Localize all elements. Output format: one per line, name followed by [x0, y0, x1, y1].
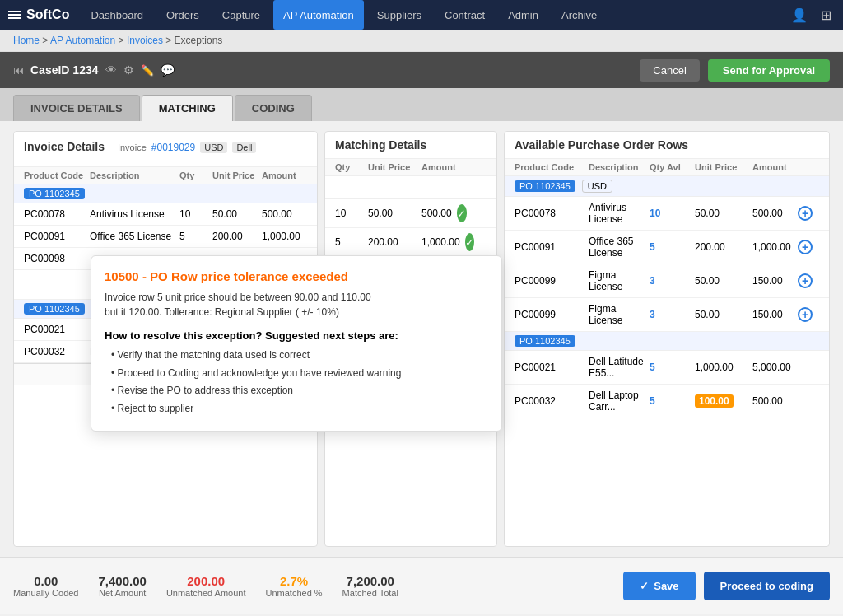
add-row-btn-4[interactable]: +: [798, 307, 813, 322]
invoice-label: Invoice: [118, 142, 147, 152]
available-po-table-header: Product Code Description Qty Avl Unit Pr…: [505, 159, 829, 176]
exception-step-4: Reject to supplier: [105, 400, 488, 418]
top-navigation: SoftCo Dashboard Orders Capture AP Autom…: [0, 0, 843, 30]
available-po-row-2: PC00091 Office 365 License 5 200.00 1,00…: [505, 231, 829, 264]
available-po-row-1: PC00078 Antivirus License 10 50.00 500.0…: [505, 197, 829, 231]
match-check-2: ✓: [465, 233, 474, 251]
invoice-table-header: Product Code Description Qty Unit Price …: [14, 167, 317, 184]
match-check-1: ✓: [457, 204, 467, 222]
cancel-button[interactable]: Cancel: [640, 59, 699, 82]
avail-qty-4: 3: [650, 309, 695, 320]
nav-ap-automation[interactable]: AP Automation: [273, 0, 364, 30]
first-page-icon[interactable]: ⏮: [13, 64, 24, 77]
case-id: CaseID 1234: [30, 63, 99, 77]
send-approval-button[interactable]: Send for Approval: [708, 59, 830, 82]
highlighted-unit-price: 100.00: [695, 394, 734, 408]
edit-icon[interactable]: ✏️: [141, 64, 154, 77]
nav-orders[interactable]: Orders: [156, 0, 209, 30]
add-row-btn-2[interactable]: +: [798, 240, 813, 254]
available-po2-badge: PO 1102345: [515, 335, 575, 347]
tabs-bar: INVOICE DETAILS MATCHING CODING: [0, 88, 843, 121]
stat-unmatched-amount: 200.00 Unmatched Amount: [166, 574, 246, 598]
stat-net-amount: 7,400.00 Net Amount: [99, 574, 147, 598]
add-row-btn-3[interactable]: +: [798, 273, 813, 288]
avail-qty-6: 5: [650, 395, 695, 407]
breadcrumb-current: Exceptions: [175, 35, 223, 46]
breadcrumb-invoices[interactable]: Invoices: [127, 35, 163, 46]
invoice-row-2: PC00091 Office 365 License 5 200.00 1,00…: [14, 226, 317, 248]
exception-steps: Verify that the matching data used is co…: [105, 347, 488, 418]
nav-capture[interactable]: Capture: [212, 0, 270, 30]
available-po-row-3: PC00099 Figma License 3 50.00 150.00 +: [505, 264, 829, 298]
proceed-to-coding-button[interactable]: Proceed to coding: [704, 572, 830, 600]
available-po-badge: PO 1102345: [515, 180, 575, 192]
add-row-btn-1[interactable]: +: [798, 206, 813, 221]
invoice-number-link[interactable]: #0019029: [151, 142, 195, 153]
message-icon[interactable]: 💬: [161, 63, 175, 77]
case-bar: ⏮ CaseID 1234 👁 ⚙ ✏️ 💬 Cancel Send for A…: [0, 52, 843, 88]
matching-row-1: 10 50.00 500.00 ✓: [325, 199, 496, 228]
settings-icon[interactable]: ⚙: [123, 63, 134, 77]
avail-qty-3: 3: [650, 275, 695, 287]
matching-row-2: 5 200.00 1,000.00 ✓: [325, 228, 496, 257]
invoice-row-1: PC00078 Antivirus License 10 50.00 500.0…: [14, 203, 317, 226]
exception-step-1: Verify that the matching data used is co…: [105, 347, 488, 365]
exception-title: 10500 - PO Row price tolerance exceeded: [105, 269, 488, 283]
stat-unmatched-percent: 2.7% Unmatched %: [266, 574, 323, 598]
nav-suppliers[interactable]: Suppliers: [367, 0, 431, 30]
case-bar-left: ⏮ CaseID 1234 👁 ⚙ ✏️ 💬: [13, 63, 631, 77]
nav-contract[interactable]: Contract: [435, 0, 495, 30]
available-currency-badge: USD: [582, 180, 612, 193]
nav-dashboard[interactable]: Dashboard: [81, 0, 153, 30]
avail-qty-5: 5: [650, 362, 695, 373]
exception-step-2: Proceed to Coding and acknowledge you ha…: [105, 365, 488, 383]
tab-coding[interactable]: CODING: [235, 95, 312, 121]
hamburger-icon[interactable]: [8, 11, 21, 19]
grid-icon[interactable]: ⊞: [817, 4, 835, 26]
stat-matched-total: 7,200.00 Matched Total: [342, 574, 398, 598]
available-po-row-header: PO 1102345 USD: [505, 176, 829, 197]
invoice-details-header: Invoice Details Invoice #0019029 USD Del…: [14, 132, 317, 167]
available-po-header: Available Purchase Order Rows: [505, 132, 829, 159]
user-icon[interactable]: 👤: [788, 4, 811, 26]
breadcrumb-home[interactable]: Home: [13, 35, 40, 46]
po-badge-1: PO 1102345: [24, 188, 85, 199]
exception-resolve-title: How to resolve this exception? Suggested…: [105, 329, 488, 342]
available-po-row-6: PC00032 Dell Laptop Carr... 5 100.00 500…: [505, 385, 829, 418]
exception-popup: 10500 - PO Row price tolerance exceeded …: [91, 255, 502, 432]
exception-step-3: Revise the PO to address this exception: [105, 382, 488, 400]
eye-icon[interactable]: 👁: [105, 63, 117, 77]
available-po-row-5: PC00021 Dell Latitude E55... 5 1,000.00 …: [505, 351, 829, 385]
matching-table-header: Qty Unit Price Amount: [325, 159, 496, 176]
tab-invoice-details[interactable]: INVOICE DETAILS: [13, 95, 140, 121]
nav-right-icons: 👤 ⊞: [788, 4, 835, 26]
breadcrumb-ap-automation[interactable]: AP Automation: [50, 35, 115, 46]
tab-matching[interactable]: MATCHING: [142, 95, 233, 121]
nav-admin[interactable]: Admin: [498, 0, 548, 30]
matching-header: Matching Details: [325, 132, 496, 159]
available-po-row-4: PC00099 Figma License 3 50.00 150.00 +: [505, 298, 829, 332]
save-button[interactable]: ✓ Save: [623, 572, 695, 600]
exception-description: Invoice row 5 unit price should be betwe…: [105, 290, 488, 320]
bottom-actions: ✓ Save Proceed to coding: [623, 572, 830, 600]
po-badge-2: PO 1102345: [24, 303, 85, 315]
supplier-badge: Dell: [232, 142, 256, 153]
checkmark-icon: ✓: [640, 580, 649, 592]
po-row-1: PO 1102345: [14, 184, 317, 203]
currency-badge: USD: [200, 142, 227, 153]
avail-qty-2: 5: [650, 241, 695, 253]
avail-qty-1: 10: [650, 208, 695, 219]
bottom-bar: 0.00 Manually Coded 7,400.00 Net Amount …: [0, 557, 843, 614]
breadcrumb: Home > AP Automation > Invoices > Except…: [0, 30, 843, 52]
available-po-table-body: PO 1102345 USD PC00078 Antivirus License…: [505, 176, 829, 546]
app-logo: SoftCo: [8, 7, 69, 22]
nav-archive[interactable]: Archive: [552, 0, 607, 30]
stat-manually-coded: 0.00 Manually Coded: [13, 574, 79, 598]
available-po2-row-header: PO 1102345: [505, 332, 829, 351]
available-po-panel: Available Purchase Order Rows Product Co…: [504, 131, 830, 547]
